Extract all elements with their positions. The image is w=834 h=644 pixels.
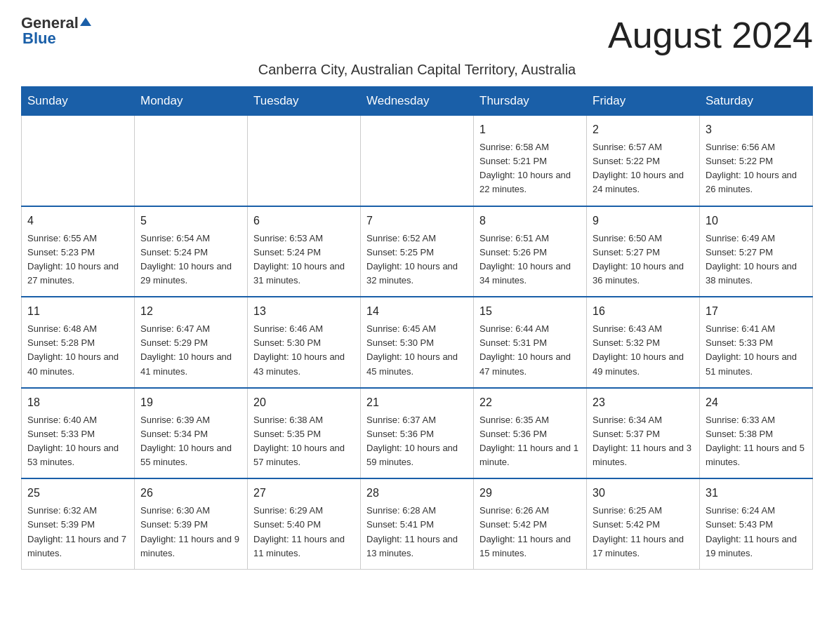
calendar-cell: 22Sunrise: 6:35 AMSunset: 5:36 PMDayligh… bbox=[474, 388, 587, 479]
day-info: Sunrise: 6:35 AMSunset: 5:36 PMDaylight:… bbox=[479, 413, 581, 470]
column-header-tuesday: Tuesday bbox=[248, 87, 361, 116]
day-number: 12 bbox=[140, 303, 241, 320]
day-info: Sunrise: 6:50 AMSunset: 5:27 PMDaylight:… bbox=[593, 232, 694, 288]
calendar-cell: 14Sunrise: 6:45 AMSunset: 5:30 PMDayligh… bbox=[361, 297, 474, 388]
calendar-cell: 19Sunrise: 6:39 AMSunset: 5:34 PMDayligh… bbox=[135, 388, 248, 479]
day-number: 25 bbox=[27, 485, 128, 502]
calendar-cell: 2Sunrise: 6:57 AMSunset: 5:22 PMDaylight… bbox=[587, 116, 700, 206]
day-info: Sunrise: 6:56 AMSunset: 5:22 PMDaylight:… bbox=[706, 140, 807, 197]
day-number: 2 bbox=[593, 121, 694, 138]
day-info: Sunrise: 6:57 AMSunset: 5:22 PMDaylight:… bbox=[593, 140, 694, 197]
calendar-cell: 5Sunrise: 6:54 AMSunset: 5:24 PMDaylight… bbox=[135, 206, 248, 297]
column-header-wednesday: Wednesday bbox=[361, 87, 474, 116]
calendar-week-row: 18Sunrise: 6:40 AMSunset: 5:33 PMDayligh… bbox=[22, 388, 813, 479]
day-number: 5 bbox=[140, 213, 241, 229]
day-number: 31 bbox=[706, 485, 807, 502]
day-number: 29 bbox=[479, 485, 581, 502]
calendar-table: SundayMondayTuesdayWednesdayThursdayFrid… bbox=[21, 86, 813, 570]
day-number: 21 bbox=[366, 394, 468, 411]
day-info: Sunrise: 6:37 AMSunset: 5:36 PMDaylight:… bbox=[366, 413, 468, 470]
calendar-cell: 4Sunrise: 6:55 AMSunset: 5:23 PMDaylight… bbox=[22, 206, 135, 297]
page-header: General Blue August 2024 bbox=[21, 14, 813, 56]
calendar-cell: 20Sunrise: 6:38 AMSunset: 5:35 PMDayligh… bbox=[248, 388, 361, 479]
calendar-cell: 8Sunrise: 6:51 AMSunset: 5:26 PMDaylight… bbox=[474, 206, 587, 297]
location-subtitle: Canberra City, Australian Capital Territ… bbox=[21, 62, 813, 78]
day-info: Sunrise: 6:51 AMSunset: 5:26 PMDaylight:… bbox=[479, 232, 581, 288]
day-info: Sunrise: 6:43 AMSunset: 5:32 PMDaylight:… bbox=[593, 322, 694, 379]
calendar-header-row: SundayMondayTuesdayWednesdayThursdayFrid… bbox=[22, 87, 813, 116]
day-info: Sunrise: 6:49 AMSunset: 5:27 PMDaylight:… bbox=[706, 232, 807, 288]
logo-blue: Blue bbox=[22, 29, 56, 48]
day-number: 4 bbox=[27, 213, 128, 229]
column-header-sunday: Sunday bbox=[22, 87, 135, 116]
calendar-cell: 3Sunrise: 6:56 AMSunset: 5:22 PMDaylight… bbox=[700, 116, 813, 206]
calendar-cell: 1Sunrise: 6:58 AMSunset: 5:21 PMDaylight… bbox=[474, 116, 587, 206]
day-number: 8 bbox=[479, 213, 581, 229]
day-info: Sunrise: 6:34 AMSunset: 5:37 PMDaylight:… bbox=[593, 413, 694, 470]
calendar-week-row: 1Sunrise: 6:58 AMSunset: 5:21 PMDaylight… bbox=[22, 116, 813, 206]
calendar-cell: 13Sunrise: 6:46 AMSunset: 5:30 PMDayligh… bbox=[248, 297, 361, 388]
day-number: 23 bbox=[593, 394, 694, 411]
calendar-cell: 23Sunrise: 6:34 AMSunset: 5:37 PMDayligh… bbox=[587, 388, 700, 479]
day-info: Sunrise: 6:55 AMSunset: 5:23 PMDaylight:… bbox=[27, 232, 128, 288]
day-number: 6 bbox=[253, 213, 355, 229]
calendar-cell: 31Sunrise: 6:24 AMSunset: 5:43 PMDayligh… bbox=[700, 478, 813, 569]
day-info: Sunrise: 6:41 AMSunset: 5:33 PMDaylight:… bbox=[706, 322, 807, 379]
calendar-week-row: 11Sunrise: 6:48 AMSunset: 5:28 PMDayligh… bbox=[22, 297, 813, 388]
day-info: Sunrise: 6:32 AMSunset: 5:39 PMDaylight:… bbox=[27, 504, 128, 561]
day-info: Sunrise: 6:47 AMSunset: 5:29 PMDaylight:… bbox=[140, 322, 241, 379]
calendar-cell bbox=[361, 116, 474, 206]
calendar-cell: 11Sunrise: 6:48 AMSunset: 5:28 PMDayligh… bbox=[22, 297, 135, 388]
day-info: Sunrise: 6:46 AMSunset: 5:30 PMDaylight:… bbox=[253, 322, 355, 379]
day-number: 17 bbox=[706, 303, 807, 320]
day-number: 24 bbox=[706, 394, 807, 411]
calendar-cell: 24Sunrise: 6:33 AMSunset: 5:38 PMDayligh… bbox=[700, 388, 813, 479]
column-header-saturday: Saturday bbox=[700, 87, 813, 116]
column-header-friday: Friday bbox=[587, 87, 700, 116]
day-info: Sunrise: 6:33 AMSunset: 5:38 PMDaylight:… bbox=[706, 413, 807, 470]
day-number: 7 bbox=[366, 213, 468, 229]
calendar-cell: 17Sunrise: 6:41 AMSunset: 5:33 PMDayligh… bbox=[700, 297, 813, 388]
day-number: 20 bbox=[253, 394, 355, 411]
day-number: 26 bbox=[140, 485, 241, 502]
month-year-title: August 2024 bbox=[608, 14, 813, 56]
calendar-week-row: 25Sunrise: 6:32 AMSunset: 5:39 PMDayligh… bbox=[22, 478, 813, 569]
logo: General Blue bbox=[21, 14, 91, 48]
day-info: Sunrise: 6:24 AMSunset: 5:43 PMDaylight:… bbox=[706, 504, 807, 561]
day-number: 15 bbox=[479, 303, 581, 320]
column-header-monday: Monday bbox=[135, 87, 248, 116]
day-info: Sunrise: 6:40 AMSunset: 5:33 PMDaylight:… bbox=[27, 413, 128, 470]
calendar-cell bbox=[248, 116, 361, 206]
day-number: 27 bbox=[253, 485, 355, 502]
day-number: 19 bbox=[140, 394, 241, 411]
calendar-week-row: 4Sunrise: 6:55 AMSunset: 5:23 PMDaylight… bbox=[22, 206, 813, 297]
day-number: 22 bbox=[479, 394, 581, 411]
calendar-cell: 21Sunrise: 6:37 AMSunset: 5:36 PMDayligh… bbox=[361, 388, 474, 479]
day-number: 1 bbox=[479, 121, 581, 138]
calendar-cell bbox=[22, 116, 135, 206]
calendar-cell: 16Sunrise: 6:43 AMSunset: 5:32 PMDayligh… bbox=[587, 297, 700, 388]
calendar-cell: 26Sunrise: 6:30 AMSunset: 5:39 PMDayligh… bbox=[135, 478, 248, 569]
day-info: Sunrise: 6:25 AMSunset: 5:42 PMDaylight:… bbox=[593, 504, 694, 561]
day-info: Sunrise: 6:52 AMSunset: 5:25 PMDaylight:… bbox=[366, 232, 468, 288]
calendar-cell: 18Sunrise: 6:40 AMSunset: 5:33 PMDayligh… bbox=[22, 388, 135, 479]
calendar-cell: 12Sunrise: 6:47 AMSunset: 5:29 PMDayligh… bbox=[135, 297, 248, 388]
day-info: Sunrise: 6:38 AMSunset: 5:35 PMDaylight:… bbox=[253, 413, 355, 470]
day-info: Sunrise: 6:58 AMSunset: 5:21 PMDaylight:… bbox=[479, 140, 581, 197]
column-header-thursday: Thursday bbox=[474, 87, 587, 116]
calendar-cell bbox=[135, 116, 248, 206]
day-info: Sunrise: 6:28 AMSunset: 5:41 PMDaylight:… bbox=[366, 504, 468, 561]
calendar-cell: 15Sunrise: 6:44 AMSunset: 5:31 PMDayligh… bbox=[474, 297, 587, 388]
day-number: 14 bbox=[366, 303, 468, 320]
calendar-cell: 25Sunrise: 6:32 AMSunset: 5:39 PMDayligh… bbox=[22, 478, 135, 569]
calendar-cell: 10Sunrise: 6:49 AMSunset: 5:27 PMDayligh… bbox=[700, 206, 813, 297]
calendar-cell: 7Sunrise: 6:52 AMSunset: 5:25 PMDaylight… bbox=[361, 206, 474, 297]
day-number: 3 bbox=[706, 121, 807, 138]
calendar-cell: 9Sunrise: 6:50 AMSunset: 5:27 PMDaylight… bbox=[587, 206, 700, 297]
calendar-cell: 27Sunrise: 6:29 AMSunset: 5:40 PMDayligh… bbox=[248, 478, 361, 569]
day-number: 9 bbox=[593, 213, 694, 229]
calendar-cell: 30Sunrise: 6:25 AMSunset: 5:42 PMDayligh… bbox=[587, 478, 700, 569]
day-info: Sunrise: 6:26 AMSunset: 5:42 PMDaylight:… bbox=[479, 504, 581, 561]
day-info: Sunrise: 6:48 AMSunset: 5:28 PMDaylight:… bbox=[27, 322, 128, 379]
day-info: Sunrise: 6:30 AMSunset: 5:39 PMDaylight:… bbox=[140, 504, 241, 561]
